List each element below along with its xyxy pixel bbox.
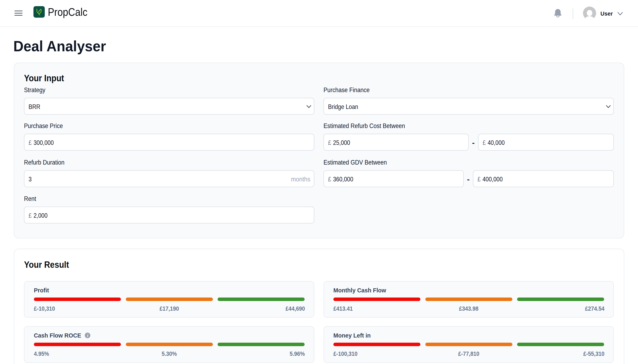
svg-text:i: i xyxy=(87,333,88,338)
